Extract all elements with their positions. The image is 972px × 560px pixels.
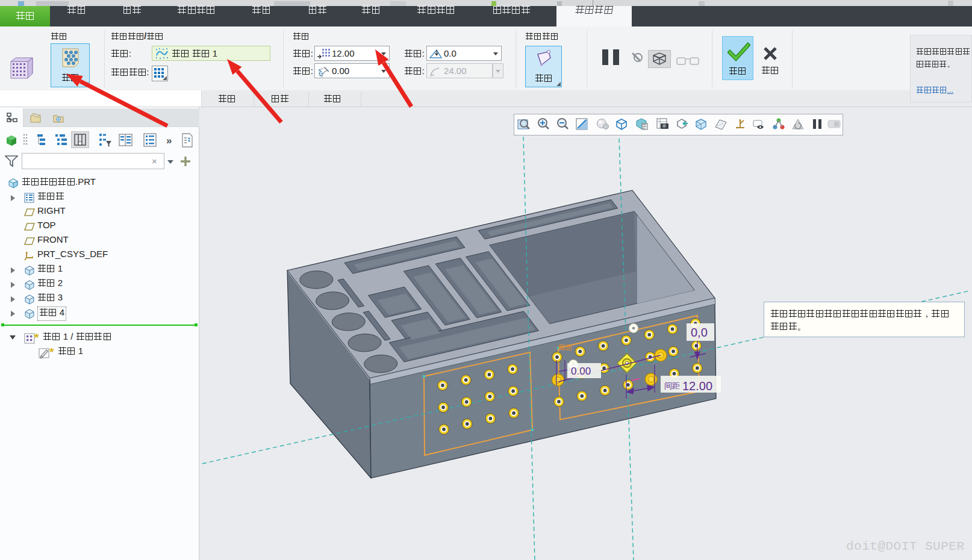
- svg-text:0.00: 0.00: [571, 366, 591, 377]
- svg-text:间距: 间距: [664, 381, 680, 390]
- svg-text:0,0: 0,0: [691, 326, 708, 339]
- svg-text:截面: 截面: [558, 343, 572, 352]
- svg-text:12.00: 12.00: [682, 379, 712, 393]
